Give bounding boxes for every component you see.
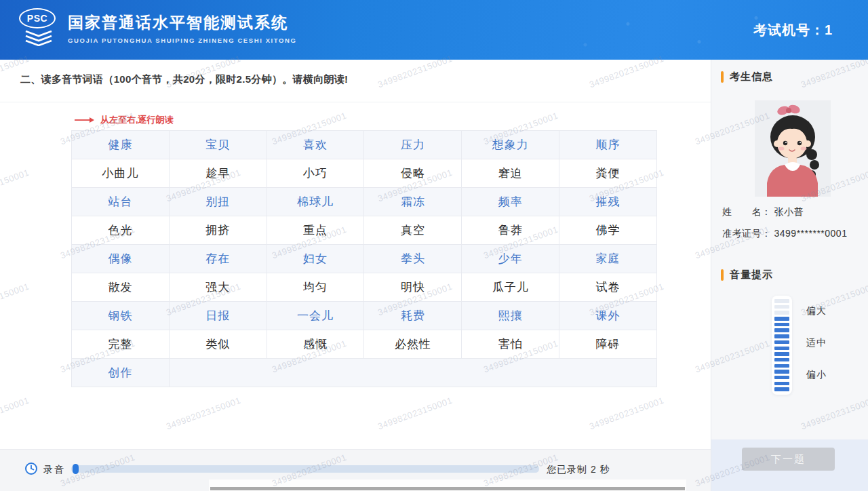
volume-label-loud: 偏大 xyxy=(806,305,827,317)
word-cell: 小巧 xyxy=(267,159,364,188)
avatar xyxy=(755,100,831,197)
candidate-name: 张小普 xyxy=(774,206,804,217)
volume-meter xyxy=(772,296,792,395)
word-cell: 拥挤 xyxy=(169,216,267,245)
candidate-info-title: 考生信息 xyxy=(730,71,773,83)
word-table-body: 健康宝贝喜欢压力想象力顺序小曲儿趁早小巧侵略窘迫粪便站台别扭棉球儿霜冻频率摧残色… xyxy=(72,131,657,387)
word-cell: 类似 xyxy=(169,330,267,359)
word-table-row: 创作 xyxy=(72,359,657,387)
volume-segment xyxy=(774,382,789,386)
word-cell: 钢铁 xyxy=(72,302,170,330)
question-instruction: 二、读多音节词语（100个音节，共20分，限时2.5分钟）。请横向朗读! xyxy=(20,73,348,86)
app-subtitle: GUOJIA PUTONGHUA SHUIPING ZHINENG CESHI … xyxy=(68,37,297,44)
word-cell: 明快 xyxy=(364,273,462,302)
word-cell: 熙攘 xyxy=(462,302,559,330)
word-cell: 棉球儿 xyxy=(267,188,364,216)
recording-progress-thumb xyxy=(73,464,79,474)
word-cell: 障碍 xyxy=(559,330,657,359)
word-table-row: 完整类似感慨必然性害怕障碍 xyxy=(72,330,657,359)
word-cell: 均匀 xyxy=(267,273,364,302)
volume-labels: 偏大 适中 偏小 xyxy=(806,305,827,381)
volume-segment xyxy=(774,358,789,362)
word-cell: 强大 xyxy=(169,273,267,302)
app-header: PSC 国家普通话水平智能测试系统 GUOJIA PUTONGHUA SHUIP… xyxy=(0,0,868,60)
volume-segment xyxy=(774,347,789,351)
candidate-name-row: 姓 名：张小普 xyxy=(722,206,804,218)
psc-logo-chevrons-icon xyxy=(21,30,56,46)
word-table-row: 偶像存在妇女拳头少年家庭 xyxy=(72,245,657,273)
word-cell: 耗费 xyxy=(364,302,462,330)
word-cell: 创作 xyxy=(72,359,170,387)
video-scrubber xyxy=(209,479,686,491)
word-cell: 宝贝 xyxy=(169,131,267,159)
next-panel: 下一题 xyxy=(711,439,868,491)
word-cell: 真空 xyxy=(364,216,462,245)
volume-segment xyxy=(774,299,789,303)
word-cell: 摧残 xyxy=(559,188,657,216)
recording-progress-track xyxy=(71,465,539,473)
divider xyxy=(0,102,711,102)
word-cell: 频率 xyxy=(462,188,559,216)
word-cell: 课外 xyxy=(559,302,657,330)
word-cell: 偶像 xyxy=(72,245,170,273)
volume-segment xyxy=(774,334,789,338)
word-cell: 窘迫 xyxy=(462,159,559,188)
name-label: 姓 名： xyxy=(722,206,772,217)
word-cell: 别扭 xyxy=(169,188,267,216)
volume-segment xyxy=(774,317,789,321)
volume-segment xyxy=(774,323,789,327)
candidate-photo xyxy=(755,100,831,197)
word-cell: 健康 xyxy=(72,131,170,159)
word-cell: 粪便 xyxy=(559,159,657,188)
word-cell: 试卷 xyxy=(559,273,657,302)
word-cell: 必然性 xyxy=(364,330,462,359)
volume-segment xyxy=(774,352,789,356)
orange-accent-bar xyxy=(721,269,724,281)
word-cell: 顺序 xyxy=(559,131,657,159)
orange-accent-bar xyxy=(721,71,724,83)
word-cell-empty xyxy=(267,359,364,387)
candidate-id-row: 准考证号：3499*******0001 xyxy=(722,228,847,240)
word-cell: 一会儿 xyxy=(267,302,364,330)
volume-segment xyxy=(774,376,789,380)
word-cell: 趁早 xyxy=(169,159,267,188)
app-title: 国家普通话水平智能测试系统 xyxy=(68,12,297,33)
clock-icon xyxy=(24,462,38,475)
word-table-row: 散发强大均匀明快瓜子儿试卷 xyxy=(72,273,657,302)
word-table-row: 色光拥挤重点真空鲁莽佛学 xyxy=(72,216,657,245)
word-cell: 感慨 xyxy=(267,330,364,359)
volume-title: 音量提示 xyxy=(730,269,773,281)
word-table-row: 站台别扭棉球儿霜冻频率摧残 xyxy=(72,188,657,216)
psc-logo-oval: PSC xyxy=(19,8,56,28)
word-table-row: 小曲儿趁早小巧侵略窘迫粪便 xyxy=(72,159,657,188)
direction-hint-text: 从左至右,逐行朗读 xyxy=(100,114,174,126)
word-cell: 霜冻 xyxy=(364,188,462,216)
word-cell: 侵略 xyxy=(364,159,462,188)
psc-logo: PSC xyxy=(19,8,58,52)
word-cell: 存在 xyxy=(169,245,267,273)
word-cell: 少年 xyxy=(462,245,559,273)
volume-segment xyxy=(774,305,789,309)
next-question-button[interactable]: 下一题 xyxy=(742,448,835,471)
exam-machine-number: 考试机号：1 xyxy=(753,21,833,39)
volume-segment xyxy=(774,311,789,315)
word-cell: 家庭 xyxy=(559,245,657,273)
sidebar: 考生信息 xyxy=(711,60,868,491)
video-scrubber-handle[interactable] xyxy=(210,487,685,490)
candidate-id: 3499*******0001 xyxy=(774,228,848,239)
word-cell-empty xyxy=(462,359,559,387)
word-cell: 妇女 xyxy=(267,245,364,273)
word-cell: 站台 xyxy=(72,188,170,216)
volume-segment xyxy=(774,387,789,391)
recording-status: 您已录制 2 秒 xyxy=(547,464,610,476)
candidate-info-header: 考生信息 xyxy=(721,71,773,83)
word-cell: 害怕 xyxy=(462,330,559,359)
word-cell: 压力 xyxy=(364,131,462,159)
psc-logo-text: PSC xyxy=(27,13,47,24)
word-cell: 重点 xyxy=(267,216,364,245)
word-cell: 瓜子儿 xyxy=(462,273,559,302)
machine-value: 1 xyxy=(825,22,833,37)
volume-segment xyxy=(774,328,789,332)
volume-header: 音量提示 xyxy=(721,269,773,281)
word-cell: 完整 xyxy=(72,330,170,359)
